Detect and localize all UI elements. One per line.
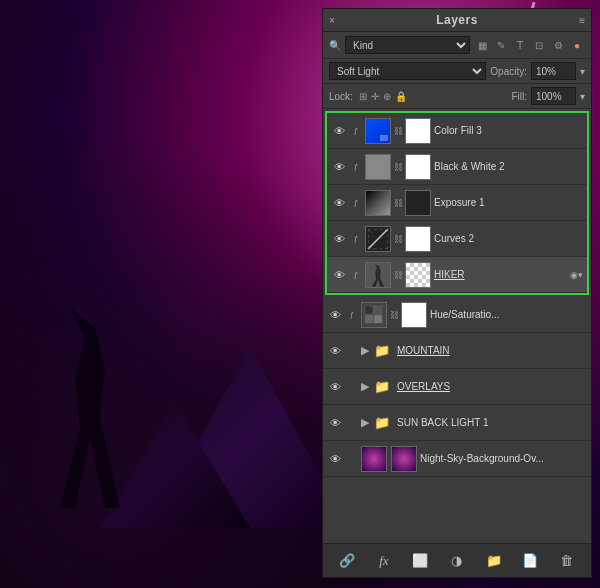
- fx-icon[interactable]: ƒ: [350, 234, 362, 243]
- pixel-filter-icon[interactable]: ▦: [474, 40, 490, 51]
- visibility-icon[interactable]: 👁: [327, 309, 343, 321]
- fx-icon[interactable]: ƒ: [350, 126, 362, 135]
- delete-layer-icon[interactable]: 🗑: [555, 553, 579, 568]
- layer-thumb-mask: [405, 226, 431, 252]
- link-icon: ⛓: [393, 234, 403, 244]
- layer-thumb-mask: [405, 154, 431, 180]
- close-icon[interactable]: ×: [329, 15, 335, 26]
- svg-line-0: [368, 229, 372, 233]
- layer-thumb-primary: [365, 154, 391, 180]
- lock-icons-group: ⊞ ✛ ⊕ 🔒: [359, 91, 508, 102]
- type-filter-icon[interactable]: T: [512, 40, 528, 51]
- layer-row[interactable]: 👁 ƒ ⛓ Hue/Saturatio...: [323, 297, 591, 333]
- layer-thumb-mask: [405, 262, 431, 288]
- visibility-icon[interactable]: 👁: [331, 197, 347, 209]
- link-layers-icon[interactable]: 🔗: [335, 553, 359, 568]
- add-mask-icon[interactable]: ⬜: [408, 553, 432, 568]
- new-group-icon[interactable]: 📁: [482, 553, 506, 568]
- fx-icon: ƒ: [346, 346, 358, 355]
- layer-row[interactable]: 👁 ƒ ▶ 📁 MOUNTAIN: [323, 333, 591, 369]
- filter-toggle-icon[interactable]: ●: [569, 40, 585, 51]
- visibility-icon[interactable]: 👁: [331, 125, 347, 137]
- layer-row[interactable]: 👁 ƒ ⛓ Color Fill 3: [327, 113, 587, 149]
- filter-label: 🔍: [329, 40, 341, 51]
- layer-thumb-primary: [365, 262, 391, 288]
- fill-chevron[interactable]: ▾: [580, 91, 585, 102]
- lock-row: Lock: ⊞ ✛ ⊕ 🔒 Fill: ▾: [323, 84, 591, 109]
- new-adjustment-icon[interactable]: ◑: [445, 553, 469, 568]
- layer-thumbnails: ⛓: [365, 154, 431, 180]
- layer-row[interactable]: 👁 ƒ ▶ 📁 OVERLAYS: [323, 369, 591, 405]
- selected-layer-group: 👁 ƒ ⛓ Color Fill 3 👁 ƒ ⛓: [325, 111, 589, 295]
- lock-pixels-icon[interactable]: ⊞: [359, 91, 367, 102]
- visibility-icon[interactable]: 👁: [327, 417, 343, 429]
- link-icon: ⛓: [393, 198, 403, 208]
- svg-rect-3: [374, 306, 382, 314]
- shape-filter-icon[interactable]: ⊡: [531, 40, 547, 51]
- layer-thumbnails: ⛓: [365, 226, 431, 252]
- visibility-icon[interactable]: 👁: [327, 453, 343, 465]
- fill-input[interactable]: [531, 87, 576, 105]
- layer-row[interactable]: 👁 ƒ ⛓ HIKER ◉▾: [327, 257, 587, 293]
- panel-menu-icon[interactable]: ≡: [579, 15, 585, 26]
- lock-position-icon[interactable]: ✛: [371, 91, 379, 102]
- folder-icon: 📁: [374, 415, 390, 430]
- layer-thumbnails: ⛓: [365, 118, 431, 144]
- visibility-icon[interactable]: 👁: [331, 269, 347, 281]
- link-icon: ⛓: [393, 270, 403, 280]
- filter-type-select[interactable]: Kind: [345, 36, 470, 54]
- visibility-icon[interactable]: 👁: [327, 345, 343, 357]
- layer-thumbnails: ⛓: [361, 302, 427, 328]
- fx-icon: ƒ: [346, 454, 358, 463]
- folder-icon: 📁: [374, 343, 390, 358]
- layer-name: SUN BACK LIGHT 1: [397, 417, 587, 428]
- opacity-input[interactable]: [531, 62, 576, 80]
- fx-icon[interactable]: ƒ: [350, 270, 362, 279]
- mode-row: Soft Light Opacity: ▾: [323, 59, 591, 84]
- visibility-icon[interactable]: 👁: [327, 381, 343, 393]
- folder-expand-icon[interactable]: ▶: [361, 344, 369, 357]
- layer-thumb-mask: [405, 190, 431, 216]
- lock-artboards-icon[interactable]: ⊕: [383, 91, 391, 102]
- adjustment-filter-icon[interactable]: ✎: [493, 40, 509, 51]
- layer-row[interactable]: 👁 ƒ ⛓ Exposure 1: [327, 185, 587, 221]
- layer-row[interactable]: 👁 ƒ ▶ 📁 SUN BACK LIGHT 1: [323, 405, 591, 441]
- svg-rect-4: [365, 315, 373, 323]
- hiker-silhouette: [40, 308, 140, 508]
- layer-row[interactable]: 👁 ƒ ⛓ Curves 2: [327, 221, 587, 257]
- fx-icon: ƒ: [346, 382, 358, 391]
- fx-icon[interactable]: ƒ: [350, 198, 362, 207]
- folder-expand-icon[interactable]: ▶: [361, 416, 369, 429]
- layer-thumb-primary: [365, 226, 391, 252]
- svg-rect-2: [365, 306, 373, 314]
- link-icon: ⛓: [389, 310, 399, 320]
- layer-row[interactable]: 👁 ƒ Night-Sky-Background-Ov...: [323, 441, 591, 477]
- layer-thumbnails: ⛓: [365, 262, 431, 288]
- layer-name: Curves 2: [434, 233, 583, 244]
- fx-icon: ƒ: [346, 418, 358, 427]
- folder-expand-icon[interactable]: ▶: [361, 380, 369, 393]
- lock-all-icon[interactable]: 🔒: [395, 91, 407, 102]
- layer-fx-icon[interactable]: fx: [372, 553, 396, 569]
- opacity-chevron[interactable]: ▾: [580, 66, 585, 77]
- fill-label: Fill:: [511, 91, 527, 102]
- layer-thumb-mask: [401, 302, 427, 328]
- layer-name: Night-Sky-Background-Ov...: [420, 453, 587, 464]
- layer-name: Black & White 2: [434, 161, 583, 172]
- layer-thumb-primary: [361, 446, 387, 472]
- smart-filter-icon[interactable]: ⚙: [550, 40, 566, 51]
- layer-row[interactable]: 👁 ƒ ⛓ Black & White 2: [327, 149, 587, 185]
- panel-title: Layers: [436, 13, 478, 27]
- blend-mode-select[interactable]: Soft Light: [329, 62, 486, 80]
- fx-icon[interactable]: ƒ: [350, 162, 362, 171]
- svg-rect-5: [374, 315, 382, 323]
- layer-name: OVERLAYS: [397, 381, 587, 392]
- layer-thumb-mask: [405, 118, 431, 144]
- fx-icon[interactable]: ƒ: [346, 310, 358, 319]
- new-layer-icon[interactable]: 📄: [518, 553, 542, 568]
- visibility-icon[interactable]: 👁: [331, 233, 347, 245]
- layer-thumbnails: [361, 446, 417, 472]
- layer-name: Hue/Saturatio...: [430, 309, 587, 320]
- visibility-icon[interactable]: 👁: [331, 161, 347, 173]
- panel-toolbar: 🔗 fx ⬜ ◑ 📁 📄 🗑: [323, 543, 591, 577]
